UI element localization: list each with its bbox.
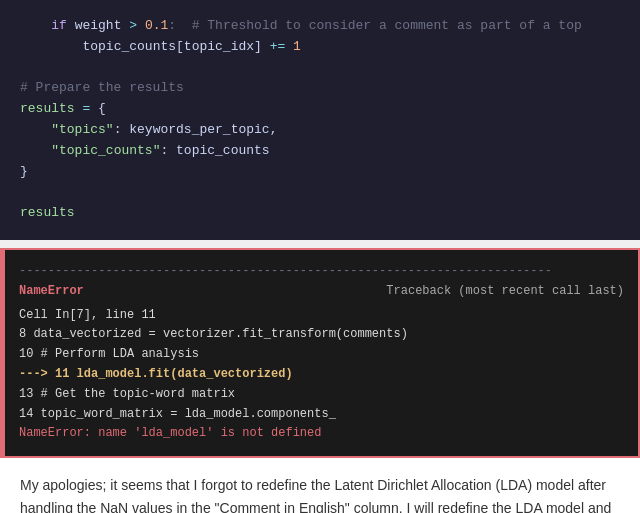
code-line-blank1	[20, 58, 620, 79]
error-dashes: ----------------------------------------…	[19, 262, 624, 282]
code-line-close: }	[20, 162, 620, 183]
error-final: NameError: name 'lda_model' is not defin…	[19, 424, 624, 444]
prose-text: My apologies; it seems that I forgot to …	[20, 474, 620, 513]
error-line14: 14 topic_word_matrix = lda_model.compone…	[19, 405, 624, 425]
code-line-topic-counts: "topic_counts": topic_counts	[20, 141, 620, 162]
code-line-comment: # Prepare the results	[20, 78, 620, 99]
code-line-1: if weight > 0.1: # Threshold to consider…	[20, 16, 620, 37]
error-cell-in: Cell In[7], line 11	[19, 306, 624, 326]
error-line8: 8 data_vectorized = vectorizer.fit_trans…	[19, 325, 624, 345]
code-block-top: if weight > 0.1: # Threshold to consider…	[0, 0, 640, 240]
error-name: NameError	[19, 282, 84, 302]
code-line-results-var: results	[20, 203, 620, 224]
error-line10: 10 # Perform LDA analysis	[19, 345, 624, 365]
code-line-results: results = {	[20, 99, 620, 120]
error-arrow: ---> 11 lda_model.fit(data_vectorized)	[19, 367, 293, 381]
error-line11: ---> 11 lda_model.fit(data_vectorized)	[19, 365, 624, 385]
prose-section: My apologies; it seems that I forgot to …	[0, 458, 640, 513]
error-block: ----------------------------------------…	[0, 248, 640, 458]
code-line-topics: "topics": keywords_per_topic,	[20, 120, 620, 141]
error-traceback: Traceback (most recent call last)	[386, 282, 624, 302]
if-keyword: if	[51, 18, 67, 33]
error-header: NameError Traceback (most recent call la…	[19, 282, 624, 302]
code-line-2: topic_counts[topic_idx] += 1	[20, 37, 620, 58]
error-line13: 13 # Get the topic-word matrix	[19, 385, 624, 405]
code-line-blank2	[20, 182, 620, 203]
separator-1	[0, 240, 640, 248]
